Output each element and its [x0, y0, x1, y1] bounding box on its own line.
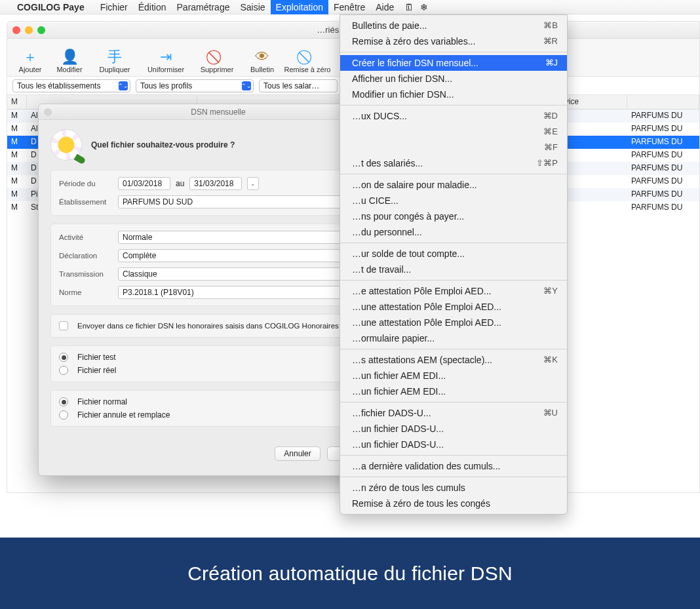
menu-exploitation[interactable]: Exploitation — [271, 0, 328, 14]
filter-etablissement[interactable]: Tous les établissements ⌃⌄ — [12, 79, 130, 92]
select-etablissement-value: PARFUMS DU SUD — [123, 197, 193, 206]
close-icon[interactable] — [12, 26, 20, 34]
filter-profils[interactable]: Tous les profils ⌃⌄ — [136, 79, 254, 92]
menu-item[interactable]: Afficher un fichier DSN... — [340, 71, 567, 87]
supprimer-icon: ⃠ — [192, 49, 242, 66]
menu-item[interactable]: …du personnel... — [340, 224, 567, 240]
input-date-from[interactable]: 01/03/2018 — [118, 177, 170, 190]
toolbar-label: Modifier — [50, 66, 88, 73]
toolbar-label: Dupliquer — [90, 66, 140, 73]
menu-item[interactable]: …t de travail... — [340, 262, 567, 277]
menu-item[interactable]: …un fichier AEM EDI... — [340, 383, 567, 399]
panel-params: Activité Normale▴▾ Déclaration Complète▴… — [50, 224, 373, 306]
filter-etablissement-value: Tous les établissements — [17, 81, 100, 90]
chevron-updown-icon: ⌃⌄ — [242, 81, 251, 90]
toolbar-dupliquer[interactable]: ⼿Dupliquer — [90, 49, 140, 73]
radio-fichier-reel[interactable] — [59, 366, 68, 375]
menu-item[interactable]: …une attestation Pôle Emploi AED... — [340, 299, 567, 315]
select-declaration-value: Complète — [123, 251, 156, 260]
select-norme[interactable]: P3.2018.1 (P18V01)▴▾ — [118, 286, 364, 299]
label-transmission: Transmission — [59, 270, 113, 278]
dialog-question: Quel fichier souhaitez-vous produire ? — [91, 140, 235, 149]
menu-edition[interactable]: Édition — [133, 0, 172, 14]
col-header-m[interactable]: M — [7, 95, 27, 109]
menu-item[interactable]: Créer le fichier DSN mensuel...⌘J — [340, 55, 567, 71]
zoom-icon[interactable] — [37, 26, 45, 34]
remise à zéro-icon: ⃠ — [282, 49, 332, 66]
toolbar-supprimer[interactable]: ⃠Supprimer — [192, 49, 242, 73]
flower-icon — [50, 129, 82, 161]
menu-saisie[interactable]: Saisie — [235, 0, 270, 14]
dupliquer-icon: ⼿ — [90, 49, 140, 66]
radio-fichier-annule[interactable] — [59, 410, 68, 420]
menu-item[interactable]: …ormulaire papier... — [340, 330, 567, 346]
menu-item[interactable]: Bulletins de paie...⌘B — [340, 18, 567, 33]
dialog-titlebar: DSN mensuelle — [39, 104, 385, 120]
menu-item[interactable]: …on de salaire pour maladie... — [340, 177, 567, 193]
menu-item[interactable]: …un fichier DADS-U... — [340, 437, 567, 452]
label-declaration: Déclaration — [59, 252, 113, 260]
calendar-icon[interactable]: 🗓 — [404, 2, 414, 12]
exploitation-menu-dropdown: Bulletins de paie...⌘BRemise à zéro des … — [340, 14, 568, 515]
filter-salaries-value: Tous les salar… — [263, 81, 319, 90]
dsn-dialog: DSN mensuelle Quel fichier souhaitez-vou… — [38, 104, 385, 476]
mac-menubar: COGILOG Paye Fichier Édition Paramétrage… — [0, 0, 700, 14]
date-stepper[interactable]: ⌄ — [247, 177, 259, 190]
panel-honoraires: Envoyer dans ce fichier DSN les honorair… — [50, 314, 373, 338]
label-fichier-normal: Fichier normal — [77, 397, 127, 406]
menu-item[interactable]: ⌘F — [340, 140, 567, 155]
menu-item[interactable]: Remise à zéro des variables...⌘R — [340, 33, 567, 49]
menu-item[interactable]: …ur solde de tout compte... — [340, 246, 567, 262]
input-date-to[interactable]: 31/03/2018 — [189, 177, 242, 190]
app-name[interactable]: COGILOG Paye — [13, 1, 88, 14]
select-transmission[interactable]: Classique▴▾ — [118, 267, 364, 281]
select-norme-value: P3.2018.1 (P18V01) — [123, 288, 194, 297]
toolbar-bulletin[interactable]: 👁Bulletin — [243, 49, 281, 73]
menu-item[interactable]: …un fichier AEM EDI... — [340, 368, 567, 383]
label-etablissement: Établissement — [59, 198, 113, 206]
radio-fichier-normal[interactable] — [59, 397, 68, 406]
select-activite[interactable]: Normale▴▾ — [118, 231, 364, 244]
menu-item[interactable]: Remise à zéro de tous les congés — [340, 496, 567, 511]
menu-item[interactable]: …t des salariés...⇧⌘P — [340, 155, 567, 171]
menu-item[interactable]: …e attestation Pôle Emploi AED...⌘Y — [340, 283, 567, 299]
menu-item[interactable]: …u CICE... — [340, 193, 567, 208]
toolbar-remise à zéro[interactable]: ⃠Remise à zéro — [282, 49, 332, 73]
chevron-updown-icon: ⌃⌄ — [119, 81, 128, 90]
toolbar-ajouter[interactable]: ＋Ajouter — [11, 49, 49, 73]
menu-parametrage[interactable]: Paramétrage — [172, 0, 235, 14]
snowflake-icon[interactable]: ❄︎ — [420, 2, 428, 12]
panel-periode: Période du 01/03/2018 au 31/03/2018 ⌄ Ét… — [50, 170, 373, 216]
menu-item[interactable]: …n zéro de tous les cumuls — [340, 480, 567, 496]
toolbar-uniformiser[interactable]: ⇥Uniformiser — [141, 49, 191, 73]
select-transmission-value: Classique — [123, 269, 157, 279]
checkbox-honoraires[interactable] — [59, 321, 68, 330]
menu-fenetre[interactable]: Fenêtre — [328, 0, 370, 14]
radio-fichier-test[interactable] — [59, 353, 68, 362]
label-honoraires: Envoyer dans ce fichier DSN les honorair… — [77, 322, 339, 330]
dialog-close-icon[interactable] — [44, 108, 52, 116]
toolbar-label: Supprimer — [192, 66, 242, 73]
menu-item[interactable]: Modifier un fichier DSN... — [340, 87, 567, 102]
menu-item[interactable]: …un fichier DADS-U... — [340, 421, 567, 437]
menu-item[interactable]: …a dernière validation des cumuls... — [340, 458, 567, 474]
menu-item[interactable]: …ns pour congés à payer... — [340, 208, 567, 224]
window-traffic-lights[interactable] — [12, 26, 45, 34]
toolbar-label: Ajouter — [11, 66, 49, 73]
menu-aide[interactable]: Aide — [370, 0, 399, 14]
toolbar-modifier[interactable]: 👤Modifier — [50, 49, 88, 73]
select-etablissement[interactable]: PARFUMS DU SUD ▴▾ — [118, 195, 364, 208]
filter-salaries[interactable]: Tous les salar… — [259, 79, 338, 92]
menu-item[interactable]: ⌘E — [340, 124, 567, 140]
menu-item[interactable]: …s attestations AEM (spectacle)...⌘K — [340, 352, 567, 368]
uniformiser-icon: ⇥ — [141, 49, 191, 66]
menu-item[interactable]: …ux DUCS...⌘D — [340, 108, 567, 124]
menu-fichier[interactable]: Fichier — [95, 0, 133, 14]
cancel-button[interactable]: Annuler — [275, 446, 321, 461]
minimize-icon[interactable] — [25, 26, 33, 34]
select-declaration[interactable]: Complète▴▾ — [118, 249, 364, 262]
modifier-icon: 👤 — [50, 49, 88, 66]
menu-item[interactable]: …fichier DADS-U...⌘U — [340, 405, 567, 421]
slide-caption: Création automatique du fichier DSN — [0, 538, 700, 609]
menu-item[interactable]: …une attestation Pôle Emploi AED... — [340, 315, 567, 330]
